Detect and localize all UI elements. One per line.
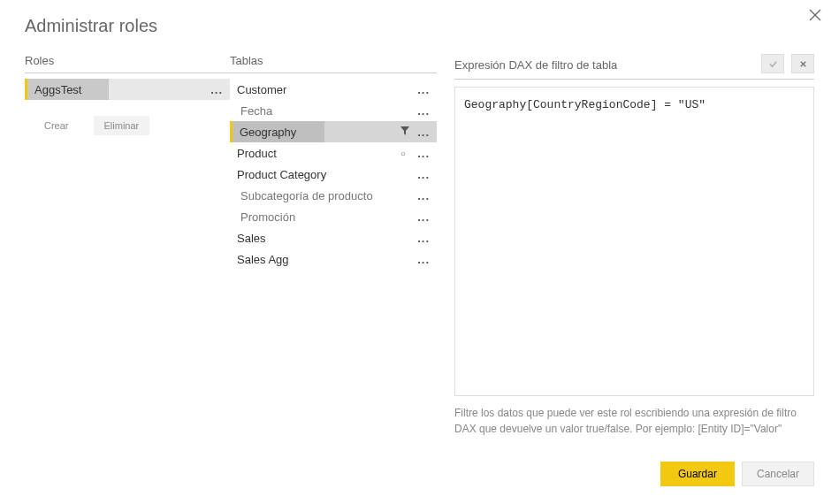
- close-button[interactable]: [809, 9, 827, 27]
- dax-help-text: Filtre los datos que puede ver este rol …: [454, 405, 814, 437]
- table-label: Sales Agg: [237, 253, 416, 266]
- table-item[interactable]: Subcategoría de producto...: [230, 185, 437, 206]
- tables-list: Customer...Fecha...Geography...Producto.…: [230, 79, 437, 270]
- delete-role-button[interactable]: Eliminar: [94, 116, 150, 135]
- role-label: AggsTest: [34, 83, 209, 96]
- dax-header: Expresión DAX de filtro de tabla: [454, 58, 617, 72]
- table-menu-button[interactable]: ...: [416, 210, 431, 224]
- table-label: Product Category: [237, 168, 416, 181]
- table-menu-button[interactable]: ...: [416, 168, 431, 181]
- table-label: Product: [237, 147, 401, 160]
- svg-marker-2: [400, 126, 409, 135]
- tables-panel: Tablas Customer...Fecha...Geography...Pr…: [230, 54, 437, 437]
- table-menu-button[interactable]: ...: [416, 253, 431, 266]
- dax-expression-input[interactable]: [454, 87, 814, 396]
- table-item[interactable]: Sales...: [230, 227, 437, 248]
- tables-header: Tablas: [230, 54, 437, 73]
- table-item[interactable]: Customer...: [230, 79, 437, 100]
- role-item[interactable]: AggsTest ...: [25, 79, 230, 100]
- table-menu-button[interactable]: ...: [416, 232, 431, 245]
- x-icon: [798, 59, 808, 69]
- table-item[interactable]: Geography...: [230, 121, 437, 142]
- dialog-footer: Guardar Cancelar: [25, 462, 814, 486]
- dax-panel: Expresión DAX de filtro de tabla Filtre …: [454, 54, 814, 437]
- table-menu-button[interactable]: ...: [416, 83, 431, 96]
- close-icon: [809, 9, 821, 21]
- roles-header: Roles: [25, 54, 230, 73]
- table-menu-button[interactable]: ...: [416, 126, 431, 139]
- table-item[interactable]: Fecha...: [230, 100, 437, 121]
- filter-icon: [400, 126, 410, 139]
- dialog-title: Administrar roles: [25, 16, 814, 36]
- manage-roles-dialog: Administrar roles Roles AggsTest ... Cre…: [0, 0, 839, 504]
- indicator-icon: o: [401, 149, 405, 157]
- check-icon: [768, 59, 778, 69]
- table-menu-button[interactable]: ...: [416, 104, 431, 118]
- save-button[interactable]: Guardar: [660, 462, 735, 486]
- discard-expression-button[interactable]: [791, 54, 814, 73]
- create-role-button[interactable]: Crear: [34, 116, 80, 135]
- table-item[interactable]: Sales Agg...: [230, 248, 437, 270]
- table-menu-button[interactable]: ...: [416, 147, 431, 160]
- table-label: Fecha: [240, 104, 416, 118]
- cancel-button[interactable]: Cancelar: [742, 462, 814, 486]
- table-label: Geography: [240, 126, 400, 139]
- table-label: Customer: [237, 83, 416, 96]
- table-label: Promoción: [240, 210, 416, 224]
- table-item[interactable]: Product Category...: [230, 164, 437, 185]
- table-label: Subcategoría de producto: [240, 189, 416, 202]
- table-item[interactable]: Promoción...: [230, 206, 437, 227]
- role-menu-button[interactable]: ...: [209, 83, 225, 96]
- roles-list: AggsTest ...: [25, 79, 230, 100]
- roles-panel: Roles AggsTest ... Crear Eliminar: [25, 54, 230, 437]
- table-item[interactable]: Producto...: [230, 142, 437, 164]
- accept-expression-button[interactable]: [761, 54, 784, 73]
- table-label: Sales: [237, 232, 416, 245]
- table-menu-button[interactable]: ...: [416, 189, 431, 202]
